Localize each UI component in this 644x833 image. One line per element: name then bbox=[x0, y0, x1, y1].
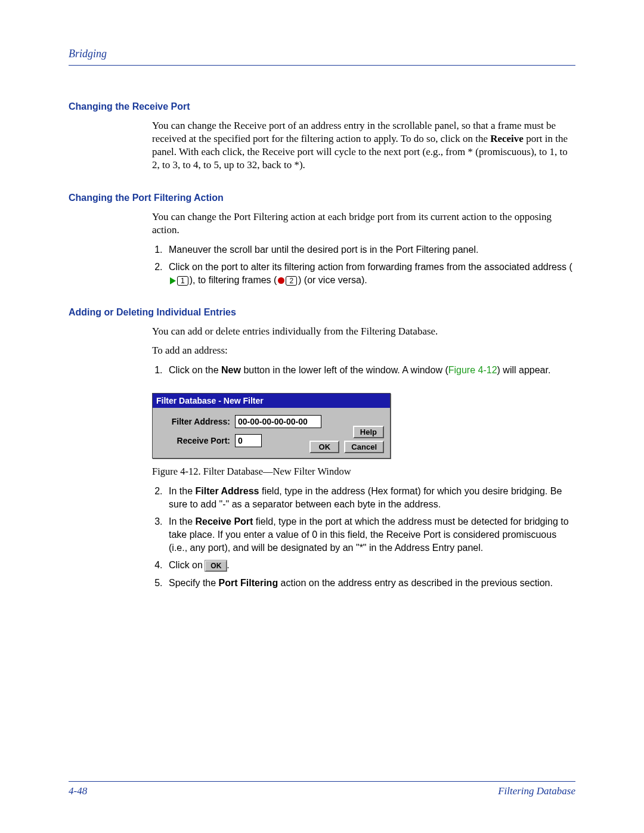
footer-rule bbox=[69, 781, 575, 782]
header-rule bbox=[69, 65, 575, 66]
para-add-delete-1: You can add or delete entries individual… bbox=[152, 325, 575, 338]
bold-receive-port: Receive Port bbox=[195, 516, 253, 527]
heading-filter-action: Changing the Port Filtering Action bbox=[69, 193, 575, 203]
add-step-2: In the Filter Address field, type in the… bbox=[165, 485, 575, 510]
dialog-body: Filter Address: 00-00-00-00-00-00 Receiv… bbox=[153, 408, 390, 458]
steps-add: Click on the New button in the lower lef… bbox=[152, 364, 575, 377]
steps-filter-action: Maneuver the scroll bar until the desire… bbox=[152, 243, 575, 287]
ok-button[interactable]: OK bbox=[309, 441, 339, 453]
dialog-title: Filter Database - New Filter bbox=[153, 394, 390, 408]
step2-text-c: ) (or vice versa). bbox=[298, 275, 367, 285]
bold-new: New bbox=[221, 365, 241, 375]
figure-ref: Figure 4-12 bbox=[448, 365, 497, 375]
page-header: Bridging bbox=[69, 48, 575, 66]
add-step-3: In the Receive Port field, type in the p… bbox=[165, 515, 575, 554]
para-add-delete-2: To add an address: bbox=[152, 344, 575, 357]
inline-ok-button[interactable]: OK bbox=[205, 561, 227, 571]
page-number: 4-48 bbox=[69, 785, 87, 797]
add-step-5: Specify the Port Filtering action on the… bbox=[165, 577, 575, 590]
heading-add-delete: Adding or Deleting Individual Entries bbox=[69, 307, 575, 318]
arrow-right-icon bbox=[170, 277, 176, 284]
header-title: Bridging bbox=[69, 48, 575, 60]
dot-icon bbox=[278, 277, 284, 284]
step2-text-b: ), to filtering frames ( bbox=[190, 275, 277, 285]
label-receive-port: Receive Port: bbox=[159, 436, 235, 445]
label-filter-address: Filter Address: bbox=[159, 417, 235, 426]
step-1: Maneuver the scroll bar until the desire… bbox=[165, 243, 575, 256]
body-receive-port: You can change the Receive port of an ad… bbox=[152, 119, 575, 172]
dialog-buttons: Help OK Cancel bbox=[309, 426, 384, 453]
step-2: Click on the port to alter its filtering… bbox=[165, 261, 575, 286]
para-filter-action: You can change the Port Filtering action… bbox=[152, 210, 575, 237]
figure-caption: Figure 4-12. Filter Database—New Filter … bbox=[152, 466, 575, 478]
input-filter-address[interactable]: 00-00-00-00-00-00 bbox=[235, 415, 321, 428]
add-step-1: Click on the New button in the lower lef… bbox=[165, 364, 575, 377]
steps-add-continued: In the Filter Address field, type in the… bbox=[152, 485, 575, 589]
body-filter-action: You can change the Port Filtering action… bbox=[152, 210, 575, 286]
body-add-delete: You can add or delete entries individual… bbox=[152, 325, 575, 589]
bold-receive: Receive bbox=[490, 133, 524, 144]
help-button[interactable]: Help bbox=[353, 426, 384, 438]
step2-text-a: Click on the port to alter its filtering… bbox=[169, 262, 572, 272]
num-box-1: 1 bbox=[177, 276, 188, 286]
forward-icon: 1 bbox=[169, 276, 190, 286]
figure-dialog-wrap: Filter Database - New Filter Filter Addr… bbox=[152, 393, 575, 478]
bold-filter-address: Filter Address bbox=[195, 486, 259, 496]
page-footer: 4-48 Filtering Database bbox=[69, 781, 575, 797]
num-box-2: 2 bbox=[286, 276, 297, 286]
bold-port-filtering: Port Filtering bbox=[219, 578, 278, 588]
para-receive-port: You can change the Receive port of an ad… bbox=[152, 119, 575, 172]
add-step-4: Click on OK. bbox=[165, 559, 575, 572]
input-receive-port[interactable]: 0 bbox=[235, 434, 262, 447]
cancel-button[interactable]: Cancel bbox=[344, 441, 384, 453]
new-filter-dialog: Filter Database - New Filter Filter Addr… bbox=[152, 393, 391, 459]
filter-icon: 2 bbox=[277, 276, 298, 286]
footer-section: Filtering Database bbox=[498, 785, 575, 797]
heading-receive-port: Changing the Receive Port bbox=[69, 101, 575, 112]
